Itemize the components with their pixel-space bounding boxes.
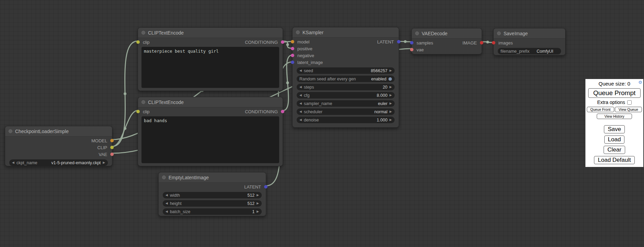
input-slot-images[interactable] <box>492 41 495 44</box>
node-collapse-dot-icon[interactable] <box>415 31 419 35</box>
decrement-arrow-icon[interactable]: ◀ <box>299 94 302 97</box>
queue-front-button[interactable]: Queue Front <box>587 107 614 112</box>
widget-filename-prefix[interactable]: filename_prefix ComfyUI <box>498 48 561 54</box>
decrement-arrow-icon[interactable]: ◀ <box>299 118 302 121</box>
link-midpoint-dot[interactable] <box>124 92 126 95</box>
node-vaedecode[interactable]: VAEDecode samples IMAGE vae <box>411 28 482 54</box>
widget-batch-size[interactable]: ◀ batch_size 1 ▶ <box>163 208 262 215</box>
increment-arrow-icon[interactable]: ▶ <box>257 194 259 197</box>
decrement-arrow-icon[interactable]: ◀ <box>165 210 168 213</box>
output-slot-conditioning[interactable] <box>281 40 284 44</box>
input-slot-latent-image[interactable] <box>291 61 294 64</box>
load-button[interactable]: Load <box>604 135 625 144</box>
input-label-vae: vae <box>417 47 424 52</box>
increment-arrow-icon[interactable]: ▶ <box>103 161 105 164</box>
output-slot-image[interactable] <box>480 41 483 44</box>
slot-row: samples IMAGE <box>412 39 482 46</box>
node-collapse-dot-icon[interactable] <box>141 100 145 104</box>
queue-prompt-button[interactable]: Queue Prompt <box>588 88 641 98</box>
increment-arrow-icon[interactable]: ▶ <box>389 94 392 97</box>
node-collapse-dot-icon[interactable] <box>141 31 145 35</box>
output-slot-latent[interactable] <box>264 185 268 188</box>
view-history-button[interactable]: View History <box>597 114 632 119</box>
graph-canvas[interactable]: CheckpointLoaderSimple MODEL CLIP VAE ◀ … <box>0 0 644 247</box>
increment-arrow-icon[interactable]: ▶ <box>389 102 392 105</box>
link-midpoint-dot[interactable] <box>124 127 126 130</box>
node-title-bar[interactable]: EmptyLatentImage <box>159 172 266 183</box>
input-slot-model[interactable] <box>291 40 294 43</box>
node-title: CheckpointLoaderSimple <box>15 129 69 134</box>
node-ksampler[interactable]: KSampler model LATENT positive negative … <box>292 27 399 128</box>
link-midpoint-dot[interactable] <box>404 40 407 43</box>
input-label-clip: clip <box>143 109 150 114</box>
node-title-bar[interactable]: CheckpointLoaderSimple <box>5 126 112 136</box>
settings-gear-icon[interactable]: ⚙ <box>638 80 642 85</box>
output-slot-model[interactable] <box>110 139 114 142</box>
increment-arrow-icon[interactable]: ▶ <box>257 202 259 205</box>
widget-scheduler[interactable]: ◀ scheduler normal ▶ <box>297 108 395 115</box>
save-button[interactable]: Save <box>604 125 625 133</box>
widget-random-seed-toggle[interactable]: Random seed after every gen enabled <box>297 76 395 82</box>
link-midpoint-dot[interactable] <box>486 41 489 43</box>
decrement-arrow-icon[interactable]: ◀ <box>299 86 302 89</box>
input-slot-positive[interactable] <box>291 47 294 50</box>
increment-arrow-icon[interactable]: ▶ <box>389 118 392 121</box>
node-title-bar[interactable]: SaveImage <box>494 28 565 39</box>
node-cliptextencode-positive[interactable]: CLIPTextEncode clip CONDITIONING masterp… <box>138 27 283 91</box>
view-queue-button[interactable]: View Queue <box>615 107 642 112</box>
widget-ckpt-name[interactable]: ◀ ckpt_name v1-5-pruned-emaonly.ckpt ▶ <box>9 159 108 166</box>
widget-steps[interactable]: ◀ steps 20 ▶ <box>297 84 395 90</box>
widget-sampler-name[interactable]: ◀ sampler_name euler ▶ <box>297 100 395 107</box>
node-title: CLIPTextEncode <box>148 30 184 36</box>
node-cliptextencode-negative[interactable]: CLIPTextEncode clip CONDITIONING bad han… <box>138 97 283 166</box>
positive-prompt-textarea[interactable]: masterpiece best quality girl <box>141 47 279 88</box>
decrement-arrow-icon[interactable]: ◀ <box>165 202 168 205</box>
link-midpoint-dot[interactable] <box>286 43 289 46</box>
decrement-arrow-icon[interactable]: ◀ <box>299 102 302 105</box>
output-slot-vae[interactable] <box>110 153 114 156</box>
toggle-dot-icon[interactable] <box>388 77 392 81</box>
widget-denoise[interactable]: ◀ denoise 1.000 ▶ <box>297 117 395 123</box>
slot-row: negative <box>293 52 399 59</box>
input-slot-vae[interactable] <box>410 48 413 51</box>
node-collapse-dot-icon[interactable] <box>497 31 501 35</box>
node-checkpointloadersimple[interactable]: CheckpointLoaderSimple MODEL CLIP VAE ◀ … <box>5 126 112 166</box>
input-slot-clip[interactable] <box>136 110 140 113</box>
slot-row: positive <box>293 45 399 52</box>
node-title-bar[interactable]: VAEDecode <box>412 28 482 39</box>
output-slot-clip[interactable] <box>110 146 114 149</box>
decrement-arrow-icon[interactable]: ◀ <box>165 194 168 197</box>
negative-prompt-textarea[interactable]: bad hands <box>141 116 279 163</box>
node-emptylatentimage[interactable]: EmptyLatentImage LATENT ◀ width 512 ▶ ◀ … <box>158 172 266 216</box>
slot-row: images <box>494 39 565 46</box>
node-collapse-dot-icon[interactable] <box>296 30 300 34</box>
input-slot-samples[interactable] <box>410 41 413 44</box>
input-slot-clip[interactable] <box>136 40 140 44</box>
clear-button[interactable]: Clear <box>604 146 625 154</box>
decrement-arrow-icon[interactable]: ◀ <box>12 161 14 164</box>
widget-seed[interactable]: ◀ seed 8566257 ▶ <box>297 67 395 74</box>
node-collapse-dot-icon[interactable] <box>9 129 12 133</box>
node-saveimage[interactable]: SaveImage images filename_prefix ComfyUI <box>493 28 566 55</box>
load-default-button[interactable]: Load Default <box>594 156 634 164</box>
increment-arrow-icon[interactable]: ▶ <box>389 110 392 113</box>
node-title-bar[interactable]: KSampler <box>293 27 399 38</box>
slot-row: model LATENT <box>293 38 399 45</box>
increment-arrow-icon[interactable]: ▶ <box>389 86 392 89</box>
node-collapse-dot-icon[interactable] <box>162 176 166 179</box>
decrement-arrow-icon[interactable]: ◀ <box>299 110 302 113</box>
widget-cfg[interactable]: ◀ cfg 8.000 ▶ <box>297 92 395 99</box>
input-slot-negative[interactable] <box>291 54 294 57</box>
node-title: EmptyLatentImage <box>169 175 209 180</box>
output-slot-latent[interactable] <box>397 40 400 43</box>
output-slot-conditioning[interactable] <box>281 110 284 113</box>
increment-arrow-icon[interactable]: ▶ <box>389 69 392 72</box>
decrement-arrow-icon[interactable]: ◀ <box>299 69 302 72</box>
increment-arrow-icon[interactable]: ▶ <box>257 210 259 213</box>
widget-width[interactable]: ◀ width 512 ▶ <box>163 192 262 198</box>
extra-options-checkbox[interactable] <box>627 100 632 105</box>
node-title-bar[interactable]: CLIPTextEncode <box>138 28 283 38</box>
link-midpoint-dot[interactable] <box>286 81 289 84</box>
node-title-bar[interactable]: CLIPTextEncode <box>138 97 283 107</box>
widget-height[interactable]: ◀ height 512 ▶ <box>163 200 262 207</box>
